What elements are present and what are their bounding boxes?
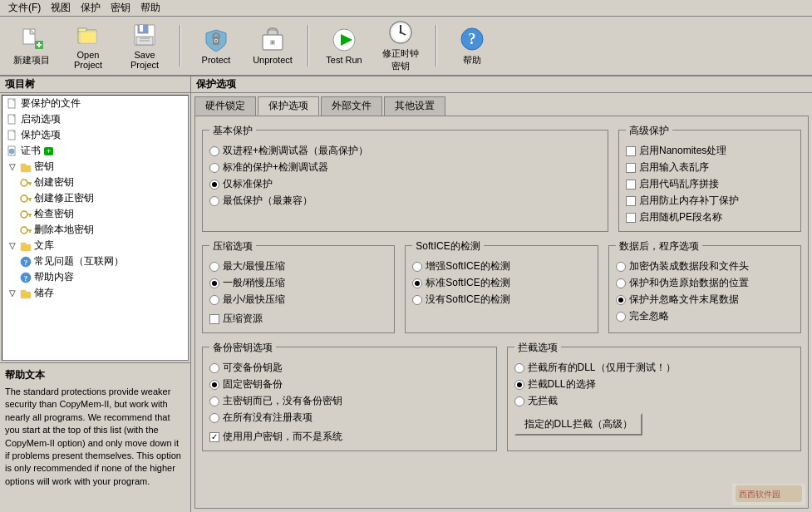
- backup-key-section: 备份密钥选项 可变备份钥匙 固定密钥备份 主密钥而已，没有备份密钥: [202, 347, 497, 451]
- menu-protect[interactable]: 保护: [76, 0, 106, 16]
- si-opt-3[interactable]: 没有SoftICE的检测: [412, 293, 590, 307]
- intercept-title: 拦截选项: [514, 341, 561, 355]
- watermark-text: 西西软件园: [736, 494, 802, 504]
- project-tree[interactable]: 要保护的文件 启动选项 保护选项 证书 +: [2, 95, 189, 361]
- adv-opt-2[interactable]: 启用输入表乱序: [626, 160, 794, 175]
- bottom-settings: 备份密钥选项 可变备份钥匙 固定密钥备份 主密钥而已，没有备份密钥: [202, 340, 801, 451]
- tree-item-create-key[interactable]: 创建密钥: [2, 175, 188, 190]
- pp-opt-3[interactable]: 保护并忽略文件末尾数据: [616, 293, 794, 307]
- bk-opt-1[interactable]: 可变备份钥匙: [209, 361, 490, 375]
- adv-opt-4[interactable]: 启用防止内存补丁保护: [626, 194, 794, 208]
- tab-external-files[interactable]: 外部文件: [321, 96, 382, 116]
- svg-point-16: [215, 40, 217, 42]
- pp-opt-1[interactable]: 加密伪装成数据段和文件头: [616, 259, 794, 273]
- adv-cb-4: [626, 196, 636, 206]
- help-label: 帮助: [463, 54, 481, 66]
- help-panel-title: 帮助文本: [5, 368, 185, 382]
- folder-open-icon: [19, 160, 32, 174]
- svg-text:?: ?: [469, 31, 476, 47]
- basic-opt-3[interactable]: 仅标准保护: [209, 177, 601, 191]
- tree-item-files[interactable]: 要保护的文件: [2, 96, 188, 111]
- tab-protection[interactable]: 保护选项: [258, 96, 319, 116]
- si-radio-1: [412, 262, 422, 272]
- tree-item-help-content-label: 帮助内容: [34, 270, 74, 284]
- key-icon-1: [19, 176, 32, 190]
- si-opt-2[interactable]: 标准SoftICE的检测: [412, 276, 590, 290]
- basic-radio-3: [209, 180, 219, 190]
- tree-item-library-folder[interactable]: ▽ 文库: [2, 238, 188, 254]
- svg-point-42: [21, 195, 27, 202]
- si-opt-1[interactable]: 增强SoftICE的检测: [412, 259, 590, 273]
- advanced-protection-options: 启用Nanomites处理 启用输入表乱序 启用代码乱序拼接 启用防止: [626, 144, 794, 224]
- svg-point-39: [21, 180, 27, 186]
- key-icon-3: [19, 208, 32, 221]
- tree-item-storage-folder[interactable]: ▽ 储存: [2, 285, 188, 301]
- tree-item-create-fix-key[interactable]: 创建修正密钥: [2, 190, 188, 206]
- si-radio-2: [412, 278, 422, 288]
- help-icon: ?: [459, 26, 485, 52]
- svg-rect-0: [23, 29, 35, 44]
- bk-opt-4[interactable]: 在所有没有注册表项: [209, 411, 490, 425]
- basic-opt-2[interactable]: 标准的保护+检测调试器: [209, 160, 601, 175]
- svg-rect-6: [78, 28, 86, 32]
- menu-file[interactable]: 文件(F): [3, 0, 46, 16]
- tree-item-startup[interactable]: 启动选项: [2, 111, 188, 127]
- tab-bar: 硬件锁定 保护选项 外部文件 其他设置: [191, 93, 812, 116]
- test-run-button[interactable]: Test Run: [319, 21, 369, 71]
- tree-item-keys-folder[interactable]: ▽ 密钥: [2, 159, 188, 175]
- file-icon-2: [6, 113, 19, 126]
- svg-rect-38: [21, 164, 26, 166]
- open-project-icon: [75, 22, 101, 48]
- tab-hardware[interactable]: 硬件锁定: [194, 96, 256, 116]
- bk-radio-4: [209, 413, 219, 423]
- compression-options: 最大/最慢压缩 一般/稍慢压缩 最小/最快压缩 压缩资源: [209, 259, 387, 326]
- bk-radio-2: [209, 380, 219, 390]
- pp-opt-2[interactable]: 保护和伪造原始数据的位置: [616, 276, 794, 290]
- menu-view[interactable]: 视图: [46, 0, 76, 16]
- protect-icon: [203, 27, 229, 53]
- svg-point-48: [21, 227, 27, 234]
- comp-opt-2[interactable]: 一般/稍慢压缩: [209, 276, 387, 290]
- int-radio-1: [514, 363, 524, 373]
- cert-icon: [6, 145, 19, 158]
- bk-user-key[interactable]: 使用用户密钥，而不是系统: [209, 430, 490, 444]
- fix-clock-button[interactable]: 修正时钟密钥: [376, 21, 426, 71]
- tree-item-protect-opts[interactable]: 保护选项: [2, 127, 188, 143]
- basic-opt-1[interactable]: 双进程+检测调试器（最高保护）: [209, 144, 601, 158]
- bk-opt-2[interactable]: 固定密钥备份: [209, 377, 490, 391]
- save-project-button[interactable]: Save Project: [120, 21, 170, 71]
- menu-key[interactable]: 密钥: [106, 0, 135, 16]
- comp-opt-3[interactable]: 最小/最快压缩: [209, 293, 387, 307]
- tree-item-check-key-label: 检查密钥: [34, 207, 74, 221]
- help-button[interactable]: ? 帮助: [447, 21, 497, 71]
- backup-key-options: 可变备份钥匙 固定密钥备份 主密钥而已，没有备份密钥 在所有没有注册表: [209, 361, 490, 444]
- tree-item-delete-key[interactable]: 删除本地密钥: [2, 222, 188, 238]
- left-panel: 项目树 要保护的文件 启动选项 保护选项: [0, 76, 191, 512]
- comp-resource[interactable]: 压缩资源: [209, 312, 387, 326]
- tree-item-help-content[interactable]: ? 帮助内容: [2, 269, 188, 285]
- tree-item-faq[interactable]: ? 常见问题（互联网）: [2, 254, 188, 269]
- int-opt-2[interactable]: 拦截DLL的选择: [514, 377, 795, 391]
- unprotect-button[interactable]: Unprotect: [248, 21, 298, 71]
- adv-opt-5[interactable]: 启用随机PE段名称: [626, 210, 794, 224]
- adv-opt-1[interactable]: 启用Nanomites处理: [626, 144, 794, 158]
- menu-help[interactable]: 帮助: [135, 0, 165, 16]
- int-opt-3[interactable]: 无拦截: [514, 394, 795, 408]
- comp-opt-1[interactable]: 最大/最慢压缩: [209, 259, 387, 273]
- tree-item-check-key[interactable]: 检查密钥: [2, 206, 188, 222]
- adv-opt-3[interactable]: 启用代码乱序拼接: [626, 177, 794, 191]
- adv-cb-2: [626, 163, 636, 173]
- protect-button[interactable]: Protect: [191, 21, 241, 71]
- new-project-button[interactable]: 新建项目: [7, 21, 57, 71]
- tree-item-cert[interactable]: 证书 +: [2, 143, 188, 159]
- dll-intercept-button[interactable]: 指定的DLL拦截（高级）: [514, 413, 642, 436]
- pp-opt-4[interactable]: 完全忽略: [616, 309, 794, 323]
- svg-point-45: [21, 211, 27, 218]
- int-opt-1[interactable]: 拦截所有的DLL（仅用于测试！）: [514, 361, 795, 375]
- bk-opt-3[interactable]: 主密钥而已，没有备份密钥: [209, 394, 490, 408]
- tab-other-settings[interactable]: 其他设置: [384, 96, 445, 116]
- open-project-button[interactable]: Open Project: [63, 21, 113, 71]
- basic-opt-4[interactable]: 最低保护（最兼容）: [209, 194, 601, 208]
- svg-point-19: [272, 42, 274, 44]
- svg-text:西西软件园: 西西软件园: [739, 490, 780, 499]
